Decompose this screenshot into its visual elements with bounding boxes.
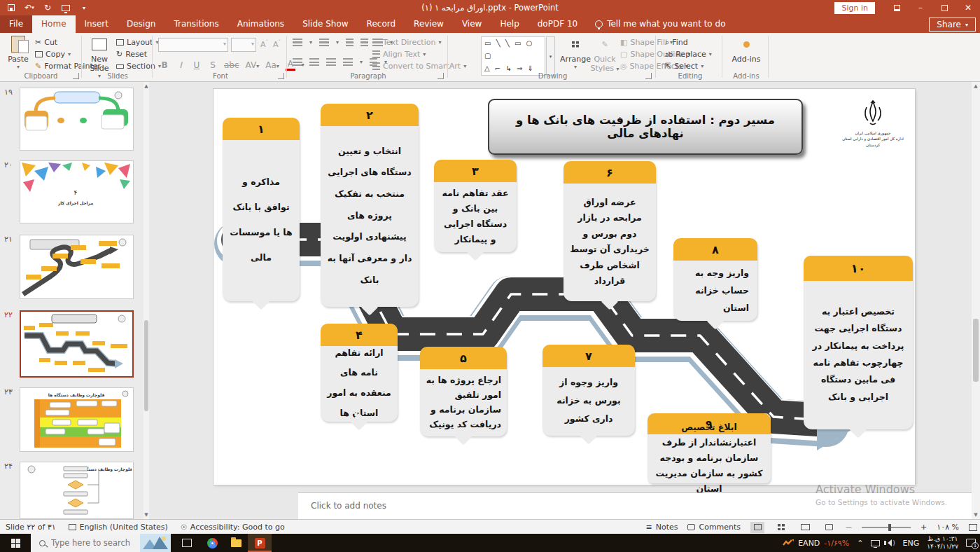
font-dialog-launcher[interactable]	[278, 73, 284, 79]
tab-design[interactable]: Design	[118, 15, 164, 33]
align-center-icon[interactable]	[309, 58, 319, 66]
zoom-slider-thumb[interactable]	[888, 524, 891, 531]
addins-button[interactable]: Add-ins	[731, 35, 762, 64]
align-text-button[interactable]: Align Text▾	[372, 50, 426, 59]
arrange-button[interactable]: Arrange▾	[560, 35, 591, 70]
reading-view-button[interactable]	[798, 522, 812, 533]
step-box-6[interactable]: ۶ عرضه اوراق مرابحه در بازار دوم بورس و …	[564, 161, 656, 301]
copy-button[interactable]: Copy▾	[35, 50, 71, 59]
normal-view-button[interactable]	[750, 522, 764, 533]
strikethrough-button[interactable]: abc	[224, 60, 239, 70]
bullets-icon[interactable]	[293, 39, 302, 46]
language-indicator[interactable]: English (United States)	[69, 523, 168, 532]
step-box-3[interactable]: ۳ عقد تفاهم نامه بین بانک و دستگاه اجرای…	[434, 160, 517, 252]
text-direction-button[interactable]: Text Direction▾	[372, 38, 441, 47]
taskbar-chrome[interactable]	[200, 534, 224, 552]
cut-button[interactable]: ✂Cut	[35, 38, 57, 47]
taskbar-search-box[interactable]	[31, 534, 171, 552]
slide-title[interactable]: مسیر دوم : استفاده از ظرفیت های بانک ها …	[488, 99, 803, 155]
drawing-dialog-launcher[interactable]	[645, 73, 652, 79]
slide-sorter-view-button[interactable]	[774, 522, 788, 533]
grow-font-icon[interactable]: A˄	[260, 39, 268, 49]
notes-toggle[interactable]: ≡ Notes	[645, 523, 678, 532]
slide-counter[interactable]: Slide ۲۲ of ۳۱	[6, 523, 56, 532]
font-name-combo[interactable]	[158, 38, 228, 52]
find-button[interactable]: ⌕Find	[665, 38, 688, 47]
scroll-up-icon[interactable]: ▲	[972, 82, 980, 90]
thumbnail-slide-19[interactable]	[20, 88, 134, 151]
increase-indent-icon[interactable]	[360, 39, 368, 46]
character-spacing-button[interactable]: AV▾	[246, 60, 260, 70]
scrollbar-thumb[interactable]	[973, 319, 979, 382]
scroll-down-icon[interactable]: ▼	[144, 511, 149, 519]
stock-ticker-widget[interactable]: EAND -۱/۶۹%	[783, 539, 849, 548]
tab-record[interactable]: Record	[358, 15, 405, 33]
replace-button[interactable]: abReplace▾	[665, 50, 712, 59]
step-box-9[interactable]: ۹ ابلاغ تخصیص اعتبارنشاندار از طرف سازما…	[648, 413, 771, 483]
action-center-icon[interactable]: 1	[966, 539, 976, 547]
bold-button[interactable]: B	[160, 60, 169, 70]
tell-me-box[interactable]: Tell me what you want to do	[587, 15, 734, 33]
justify-icon[interactable]	[343, 58, 353, 66]
text-shadow-button[interactable]: S	[208, 60, 218, 70]
shapes-gallery[interactable]: ▭ ╲ ╲ ▭ ○ ▢ △ ⌐ ↳ ⇒ ⇓ ▱ ✎ ⌒ ∿ { } ☆	[481, 36, 545, 76]
tab-animations[interactable]: Animations	[228, 15, 293, 33]
shrink-font-icon[interactable]: A˅	[273, 39, 281, 49]
tab-file[interactable]: File	[0, 15, 32, 33]
thumbnail-slide-24[interactable]: فلوچارت وظایف دستگاه ها	[20, 462, 134, 519]
zoom-out-button[interactable]: —	[846, 524, 852, 531]
start-button[interactable]	[0, 534, 31, 552]
quick-styles-button[interactable]: ✎ Quick Styles ▾	[589, 35, 620, 73]
sign-in-button[interactable]: Sign in	[834, 2, 875, 14]
comments-toggle[interactable]: Comments	[687, 523, 741, 532]
thumbnail-slide-20[interactable]: ۴ مراحل اجرای کار	[20, 160, 134, 223]
step-box-4[interactable]: ۴ ارائه تفاهم نامه های منعقده به امور اس…	[321, 324, 398, 422]
search-input[interactable]	[51, 538, 135, 548]
tab-dopdf[interactable]: doPDF 10	[528, 15, 587, 33]
change-case-button[interactable]: Aa▾	[265, 60, 279, 70]
italic-button[interactable]: I	[176, 60, 186, 70]
reset-button[interactable]: ↻Reset	[116, 50, 147, 59]
tray-expand-icon[interactable]: ⌃	[857, 539, 863, 548]
taskbar-powerpoint[interactable]: P	[248, 534, 272, 552]
share-button[interactable]: Share▾	[929, 18, 976, 32]
accessibility-checker[interactable]: ☉ Accessibility: Good to go	[181, 523, 285, 532]
tab-help[interactable]: Help	[491, 15, 528, 33]
fit-slide-icon[interactable]	[969, 524, 977, 531]
minimize-button[interactable]: –	[909, 0, 932, 15]
clock[interactable]: ۱۰:۳۱ ق.ظ ۱۴۰۴/۱۱/۲۷	[927, 535, 958, 551]
tab-slide-show[interactable]: Slide Show	[293, 15, 357, 33]
slide-scrollbar[interactable]: ▲ ▼	[972, 82, 980, 519]
thumbnail-scrollbar[interactable]: ▲ ▼	[144, 82, 149, 519]
step-box-10[interactable]: ۱۰ تخصیص اعتبار به دستگاه اجرایی جهت پرد…	[804, 256, 913, 429]
scrollbar-thumb[interactable]	[144, 320, 148, 411]
ribbon-display-options-icon[interactable]	[885, 0, 909, 15]
thumbnail-slide-22[interactable]	[20, 310, 134, 378]
zoom-in-button[interactable]: +	[920, 523, 927, 532]
zoom-slider[interactable]	[862, 527, 911, 528]
shapes-gallery-more-icon[interactable]: ▾	[546, 36, 555, 76]
slideshow-view-button[interactable]	[822, 522, 836, 533]
step-box-7[interactable]: ۷ واریز وجوه از بورس به خزانه داری کشور	[542, 345, 635, 436]
scroll-up-icon[interactable]: ▲	[144, 82, 149, 90]
slide-canvas[interactable]: مسیر دوم : استفاده از ظرفیت های بانک ها …	[214, 89, 915, 485]
align-right-icon[interactable]	[326, 58, 336, 66]
thumbnail-slide-23[interactable]: فلوچارت وظایف دستگاه ها	[20, 387, 134, 452]
task-view-button[interactable]	[175, 534, 199, 552]
numbering-icon[interactable]	[319, 39, 329, 46]
step-box-1[interactable]: ۱ مذاکره و توافق با بانک ها یا موسسات ما…	[223, 118, 300, 301]
decrease-indent-icon[interactable]	[346, 39, 354, 46]
restore-button[interactable]	[932, 0, 956, 15]
tab-home[interactable]: Home	[32, 15, 75, 33]
tab-transitions[interactable]: Transitions	[164, 15, 227, 33]
tab-insert[interactable]: Insert	[76, 15, 118, 33]
zoom-level[interactable]: ۱۰۸ %	[937, 523, 959, 532]
volume-icon[interactable]: )	[888, 539, 895, 546]
select-button[interactable]: ⇱Select▾	[665, 62, 704, 71]
paste-button[interactable]: Paste▾	[3, 35, 34, 70]
underline-button[interactable]: U	[192, 60, 202, 70]
input-language[interactable]: ENG	[903, 539, 920, 548]
close-button[interactable]: ✕	[956, 0, 980, 15]
step-box-8[interactable]: ۸ واریز وجه به حساب خزانه استان	[673, 238, 757, 321]
tab-view[interactable]: View	[453, 15, 491, 33]
